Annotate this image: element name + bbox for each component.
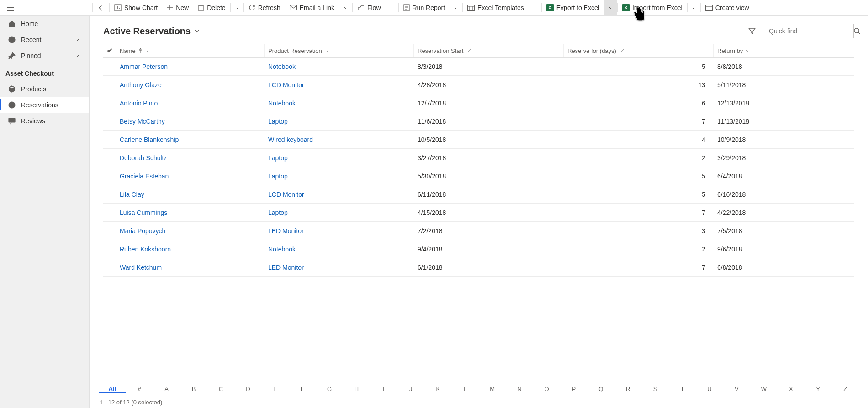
column-header-days[interactable]: Reserve for (days) xyxy=(564,44,714,57)
import-from-excel-dropdown[interactable] xyxy=(688,0,700,15)
hamburger-menu-button[interactable] xyxy=(3,0,18,16)
create-view-button[interactable]: Create view xyxy=(701,0,754,15)
alpha-t[interactable]: T xyxy=(669,386,696,392)
filter-button[interactable] xyxy=(746,25,758,37)
table-row[interactable]: Ward KetchumLED Monitor6/1/201876/8/2018 xyxy=(103,258,854,277)
product-link[interactable]: Wired keyboard xyxy=(268,136,313,143)
alpha-s[interactable]: S xyxy=(641,386,668,392)
name-link[interactable]: Antonio Pinto xyxy=(120,99,158,107)
table-row[interactable]: Graciela EstebanLaptop5/30/201856/4/2018 xyxy=(103,167,854,185)
alpha-e[interactable]: E xyxy=(262,386,289,392)
name-link[interactable]: Graciela Esteban xyxy=(120,173,169,180)
name-link[interactable]: Maria Popovych xyxy=(120,227,165,235)
run-report-button[interactable]: Run Report xyxy=(399,0,450,15)
sidebar-item-products[interactable]: Products xyxy=(0,81,89,97)
name-link[interactable]: Anthony Glaze xyxy=(120,81,162,89)
alpha-p[interactable]: P xyxy=(560,386,587,392)
sidebar-item-pinned[interactable]: Pinned xyxy=(0,47,89,63)
alpha-w[interactable]: W xyxy=(750,386,777,392)
show-chart-button[interactable]: Show Chart xyxy=(110,0,162,15)
alpha-h[interactable]: H xyxy=(343,386,370,392)
name-link[interactable]: Carlene Blankenship xyxy=(120,136,179,143)
alpha-d[interactable]: D xyxy=(234,386,261,392)
table-row[interactable]: Ruben KokshoornNotebook9/4/201829/6/2018 xyxy=(103,240,854,258)
table-row[interactable]: Betsy McCarthyLaptop11/6/2018711/13/2018 xyxy=(103,112,854,131)
run-report-dropdown[interactable] xyxy=(450,0,462,15)
product-link[interactable]: LED Monitor xyxy=(268,227,304,235)
view-selector[interactable]: Active Reservations xyxy=(103,26,200,37)
product-link[interactable]: Laptop xyxy=(268,118,288,125)
table-row[interactable]: Maria PopovychLED Monitor7/2/201837/5/20… xyxy=(103,222,854,240)
alpha-j[interactable]: J xyxy=(397,386,424,392)
sidebar-item-reviews[interactable]: Reviews xyxy=(0,113,89,129)
quick-find-input[interactable] xyxy=(764,27,853,35)
product-link[interactable]: LCD Monitor xyxy=(268,81,304,89)
excel-templates-dropdown[interactable] xyxy=(529,0,541,15)
email-link-dropdown[interactable] xyxy=(339,0,352,15)
alpha-#[interactable]: # xyxy=(126,386,153,392)
alpha-o[interactable]: O xyxy=(533,386,560,392)
delete-dropdown[interactable] xyxy=(231,0,243,15)
name-link[interactable]: Deborah Schultz xyxy=(120,154,167,162)
product-link[interactable]: Laptop xyxy=(268,173,288,180)
alpha-all[interactable]: All xyxy=(99,385,126,393)
alpha-q[interactable]: Q xyxy=(587,386,614,392)
sidebar-item-reservations[interactable]: Reservations xyxy=(0,97,89,113)
flow-dropdown[interactable] xyxy=(386,0,398,15)
sidebar-item-home[interactable]: Home xyxy=(0,16,89,31)
table-row[interactable]: Luisa CummingsLaptop4/15/201874/22/2018 xyxy=(103,204,854,222)
name-link[interactable]: Lila Clay xyxy=(120,191,144,198)
excel-templates-button[interactable]: Excel Templates xyxy=(463,0,529,15)
product-link[interactable]: Laptop xyxy=(268,154,288,162)
quick-find[interactable] xyxy=(764,24,854,38)
alpha-r[interactable]: R xyxy=(614,386,641,392)
table-row[interactable]: Carlene BlankenshipWired keyboard10/5/20… xyxy=(103,131,854,149)
name-link[interactable]: Ruben Kokshoorn xyxy=(120,246,171,253)
table-row[interactable]: Ammar PetersonNotebook8/3/201858/8/2018 xyxy=(103,58,854,76)
name-link[interactable]: Ammar Peterson xyxy=(120,63,168,70)
product-link[interactable]: LCD Monitor xyxy=(268,191,304,198)
column-header-return-by[interactable]: Return by xyxy=(714,44,854,57)
alpha-z[interactable]: Z xyxy=(831,386,858,392)
column-header-start[interactable]: Reservation Start xyxy=(414,44,564,57)
product-link[interactable]: Laptop xyxy=(268,209,288,216)
name-link[interactable]: Ward Ketchum xyxy=(120,264,162,271)
column-header-name[interactable]: Name xyxy=(116,44,265,57)
alpha-c[interactable]: C xyxy=(207,386,234,392)
alpha-u[interactable]: U xyxy=(696,386,723,392)
alpha-f[interactable]: F xyxy=(289,386,316,392)
alpha-n[interactable]: N xyxy=(506,386,533,392)
product-link[interactable]: Notebook xyxy=(268,99,296,107)
product-link[interactable]: LED Monitor xyxy=(268,264,304,271)
flow-button[interactable]: Flow xyxy=(353,0,386,15)
back-button[interactable] xyxy=(93,0,109,15)
alpha-x[interactable]: X xyxy=(778,386,804,392)
table-row[interactable]: Deborah SchultzLaptop3/27/201823/29/2018 xyxy=(103,149,854,167)
product-link[interactable]: Notebook xyxy=(268,246,296,253)
new-button[interactable]: New xyxy=(162,0,193,15)
table-row[interactable]: Lila ClayLCD Monitor6/11/201856/16/2018 xyxy=(103,185,854,204)
product-link[interactable]: Notebook xyxy=(268,63,296,70)
alpha-v[interactable]: V xyxy=(723,386,750,392)
search-button[interactable] xyxy=(853,24,860,38)
table-row[interactable]: Antonio PintoNotebook12/7/2018612/13/201… xyxy=(103,94,854,112)
alpha-g[interactable]: G xyxy=(316,386,343,392)
sidebar-item-recent[interactable]: Recent xyxy=(0,31,89,47)
column-header-product[interactable]: Product Reservation xyxy=(265,44,414,57)
alpha-m[interactable]: M xyxy=(479,386,506,392)
alpha-y[interactable]: Y xyxy=(804,386,831,392)
alpha-b[interactable]: B xyxy=(180,386,207,392)
alpha-i[interactable]: I xyxy=(370,386,397,392)
export-to-excel-button[interactable]: X Export to Excel xyxy=(542,0,604,15)
import-from-excel-button[interactable]: X Import from Excel xyxy=(618,0,687,15)
refresh-button[interactable]: Refresh xyxy=(244,0,285,15)
table-row[interactable]: Anthony GlazeLCD Monitor4/28/2018135/11/… xyxy=(103,76,854,94)
delete-button[interactable]: Delete xyxy=(193,0,230,15)
name-link[interactable]: Luisa Cummings xyxy=(120,209,167,216)
email-link-button[interactable]: Email a Link xyxy=(285,0,339,15)
export-to-excel-dropdown[interactable] xyxy=(604,0,617,15)
alpha-k[interactable]: K xyxy=(424,386,451,392)
select-all-column[interactable] xyxy=(103,44,116,57)
alpha-l[interactable]: L xyxy=(451,386,478,392)
alpha-a[interactable]: A xyxy=(153,386,180,392)
